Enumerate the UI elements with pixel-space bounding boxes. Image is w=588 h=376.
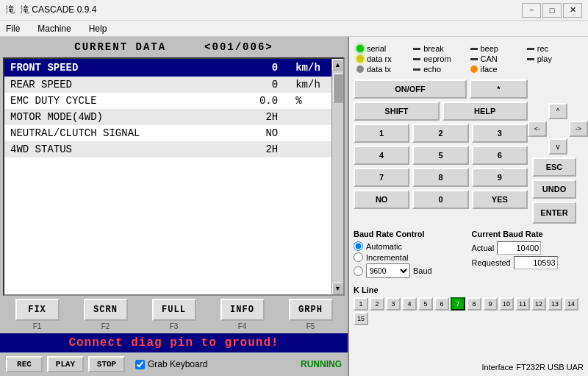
scrn-button[interactable]: SCRN bbox=[84, 299, 128, 321]
kline-btn-8[interactable]: 8 bbox=[467, 297, 481, 311]
echo-label: echo bbox=[423, 65, 441, 74]
scrollbar[interactable]: ▲ ▼ bbox=[331, 59, 343, 294]
key-5[interactable]: 5 bbox=[412, 146, 468, 165]
button-row: FIX F1 SCRN F2 FULL F3 INFO F4 GRPH F5 bbox=[0, 296, 348, 333]
actual-label: Actual bbox=[472, 244, 495, 252]
baud-select[interactable]: 9600 19200 38400 bbox=[366, 263, 410, 278]
yes-button[interactable]: YES bbox=[472, 190, 528, 209]
minimize-button[interactable]: － bbox=[522, 3, 541, 18]
onoff-button[interactable]: ON/OFF bbox=[354, 79, 467, 99]
kline-btn-10[interactable]: 10 bbox=[499, 297, 514, 311]
right-button[interactable]: -> bbox=[569, 121, 588, 137]
down-button[interactable]: v bbox=[548, 138, 567, 155]
eeprom-led: eeprom bbox=[413, 54, 467, 63]
kp-row-456: 4 5 6 bbox=[354, 146, 528, 165]
manual-radio[interactable] bbox=[354, 266, 363, 276]
row-name: REAR SPEED bbox=[4, 77, 236, 93]
kp-row-no0yes: NO 0 YES bbox=[354, 190, 528, 209]
row-name: MOTOR MODE(4WD) bbox=[4, 109, 236, 125]
beep-led-indicator bbox=[470, 48, 478, 50]
left-panel: CURRENT DATA <001/006> FRONT SPEED 0 km/… bbox=[0, 37, 349, 376]
kline-btn-13[interactable]: 13 bbox=[548, 297, 562, 311]
auto-label: Automatic bbox=[366, 242, 402, 251]
key-7[interactable]: 7 bbox=[354, 168, 409, 187]
kline-btn-1[interactable]: 1 bbox=[354, 297, 368, 311]
table-row: 4WD STATUS 2H bbox=[4, 141, 343, 157]
row-value: 2H bbox=[236, 141, 290, 157]
left-button[interactable]: <- bbox=[528, 121, 547, 137]
close-button[interactable]: ✕ bbox=[563, 3, 582, 18]
fix-button[interactable]: FIX bbox=[15, 299, 60, 321]
interface-value: FT232R USB UAR bbox=[516, 363, 584, 372]
kline-btn-5[interactable]: 5 bbox=[418, 297, 433, 311]
iface-led-indicator bbox=[470, 65, 478, 73]
key-0[interactable]: 0 bbox=[412, 190, 468, 209]
data-tx-led-indicator bbox=[356, 65, 364, 73]
play-button[interactable]: PLAY bbox=[47, 356, 84, 372]
grab-keyboard-checkbox[interactable] bbox=[135, 360, 145, 369]
kline-btn-2[interactable]: 2 bbox=[370, 297, 384, 311]
stop-button[interactable]: STOP bbox=[88, 356, 125, 372]
scroll-thumb[interactable] bbox=[333, 74, 343, 103]
beep-led: beep bbox=[470, 44, 524, 53]
full-button[interactable]: FULL bbox=[152, 299, 196, 321]
esc-button[interactable]: ESC bbox=[532, 157, 576, 177]
shift-button[interactable]: SHIFT bbox=[354, 102, 440, 121]
scroll-down[interactable]: ▼ bbox=[332, 283, 344, 294]
table-row: FRONT SPEED 0 km/h bbox=[4, 59, 343, 77]
kline-btn-9[interactable]: 9 bbox=[483, 297, 498, 311]
grph-group: GRPH F5 bbox=[289, 299, 333, 330]
help-button[interactable]: HELP bbox=[442, 102, 528, 121]
kline-btn-3[interactable]: 3 bbox=[386, 297, 401, 311]
kp-row-shift: SHIFT HELP bbox=[354, 102, 528, 121]
kline-btn-4[interactable]: 4 bbox=[402, 297, 417, 311]
break-led: break bbox=[413, 44, 467, 53]
info-button[interactable]: INFO bbox=[220, 299, 265, 321]
auto-radio-row: Automatic bbox=[354, 241, 466, 251]
kline-btn-6[interactable]: 6 bbox=[434, 297, 449, 311]
title-bar-controls: － □ ✕ bbox=[522, 3, 582, 18]
menu-file[interactable]: File bbox=[3, 22, 23, 35]
grph-button[interactable]: GRPH bbox=[289, 299, 333, 321]
serial-label: serial bbox=[367, 44, 386, 53]
scroll-up[interactable]: ▲ bbox=[332, 59, 344, 71]
key-9[interactable]: 9 bbox=[472, 168, 528, 187]
incremental-label: Incremental bbox=[366, 253, 408, 262]
kline-btn-14[interactable]: 14 bbox=[564, 297, 578, 311]
enter-button[interactable]: ENTER bbox=[532, 202, 576, 224]
key-1[interactable]: 1 bbox=[354, 124, 409, 143]
running-label: RUNNING bbox=[301, 359, 342, 369]
kp-row-top: ON/OFF * bbox=[354, 79, 528, 99]
baud-unit: Baud bbox=[413, 266, 432, 275]
row-name: FRONT SPEED bbox=[4, 59, 236, 77]
no-button[interactable]: NO bbox=[354, 190, 409, 209]
key-2[interactable]: 2 bbox=[412, 124, 468, 143]
key-8[interactable]: 8 bbox=[412, 168, 468, 187]
data-table: FRONT SPEED 0 km/h REAR SPEED 0 km/h EMC… bbox=[4, 59, 343, 157]
kline-btn-12[interactable]: 12 bbox=[531, 297, 546, 311]
kline-btn-15[interactable]: 15 bbox=[354, 312, 368, 325]
rec-button[interactable]: REC bbox=[6, 356, 43, 372]
star-button[interactable]: * bbox=[470, 79, 528, 99]
menu-machine[interactable]: Machine bbox=[35, 22, 74, 35]
kline-btn-11[interactable]: 11 bbox=[515, 297, 530, 311]
rec-led-indicator bbox=[527, 48, 534, 50]
main: CURRENT DATA <001/006> FRONT SPEED 0 km/… bbox=[0, 37, 588, 376]
auto-radio[interactable] bbox=[354, 241, 363, 251]
up-button[interactable]: ^ bbox=[548, 103, 567, 119]
current-data-header: CURRENT DATA <001/006> bbox=[0, 37, 348, 57]
kp-row-123: 1 2 3 bbox=[354, 124, 528, 143]
key-3[interactable]: 3 bbox=[472, 124, 528, 143]
data-tx-led: data tx bbox=[356, 65, 410, 74]
key-6[interactable]: 6 bbox=[472, 146, 528, 165]
menu-help[interactable]: Help bbox=[86, 22, 110, 35]
row-value: NO bbox=[236, 125, 290, 141]
kline-btn-7[interactable]: 7 bbox=[451, 297, 465, 311]
incremental-radio[interactable] bbox=[354, 252, 363, 262]
undo-button[interactable]: UNDO bbox=[532, 180, 576, 199]
maximize-button[interactable]: □ bbox=[542, 3, 562, 18]
kline-title: K Line bbox=[354, 285, 584, 294]
right-panel: serial break beep rec data rx eeprom bbox=[349, 37, 588, 376]
grab-keyboard-group: Grab Keyboard bbox=[135, 359, 207, 369]
key-4[interactable]: 4 bbox=[354, 146, 409, 165]
